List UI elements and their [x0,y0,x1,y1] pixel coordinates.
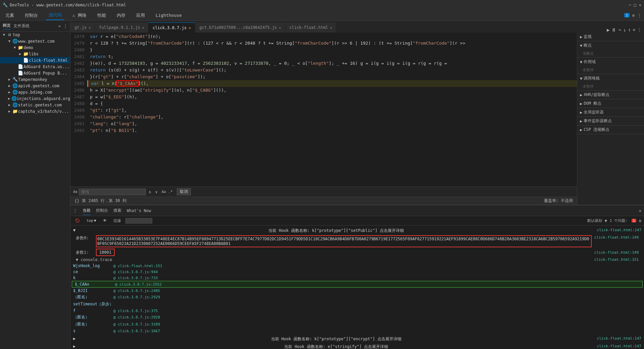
right-panel-xhr-header[interactable]: ▶ XHR/提取断点 [577,91,644,99]
tree-item-top[interactable]: ▼ ⊡ top [0,32,70,38]
find-options-btn[interactable]: Aa .* [160,190,174,194]
sidebar-menu[interactable]: ⋮ [63,24,67,29]
maximize-btn[interactable]: □ [634,3,636,7]
minimize-btn[interactable]: ─ [629,3,631,7]
bottom-tab-console[interactable]: 控制台 [96,206,108,215]
tree-item-adguard1[interactable]: 📄 AdGuard Extra.us... [0,63,70,70]
tab-gct[interactable]: gct.b71a9027509...c6a196424f5.js ✕ [195,22,285,33]
bottom-settings-icon[interactable]: ⚙ [639,218,641,223]
find-input[interactable] [79,189,146,195]
tree-item-geetest[interactable]: ▼ 🌐 www.geetest.com [0,38,70,44]
trace-link-s[interactable]: click.3.0.7.js:1667 [118,329,160,333]
tree-arrow-bdimg: ▶ [7,90,12,94]
bottom-close-btn[interactable]: ✕ [639,208,641,213]
find-next-btn[interactable]: ∨ [154,190,159,194]
find-prev-btn[interactable]: ∧ [147,190,152,194]
param0-location[interactable]: click-float.html:149 [594,235,639,240]
toolbar-elements[interactable]: 元素 [3,11,17,20]
trace-header[interactable]: ▼ console.trace [76,257,112,262]
hook-header-encrypt[interactable]: ▶ 当前 Hook 函数名称: k["prototype"]["encrypt"… [70,335,644,343]
toolbar-application[interactable]: 应用 [133,11,148,20]
toolbar-lighthouse[interactable]: Lighthouse [153,11,184,19]
tab-close-gct[interactable]: ✕ [279,26,281,30]
trace-link-wjshook[interactable]: click-float.html:151 [118,264,162,268]
more-icon[interactable]: ⋮ [637,13,641,18]
right-panel-callstack-header[interactable]: ▼ 调用堆栈 [577,74,644,83]
right-panel-scope-header[interactable]: ▼ 作用域 [577,58,644,66]
toolbar-performance[interactable]: 性能 [95,11,109,20]
tab-gt-js[interactable]: gt.js ✕ [70,22,95,33]
hook-location-encrypt[interactable]: click-float.html:147 [597,336,641,342]
trace-name-k: k [73,276,113,280]
sidebar-tab-webpage[interactable]: 网页 [3,23,11,30]
trace-link-bjii[interactable]: click.3.0.7.js:2485 [118,289,160,293]
trace-link-anon3[interactable]: click.3.0.7.js:3189 [118,322,160,327]
editor-step-over[interactable]: ↷ [618,27,621,33]
editor-more-btn[interactable]: ⋮ [637,28,641,32]
code-line-2492: "pt": n["$ BGI1"]. [87,127,577,134]
toolbar-console[interactable]: 控制台 [22,11,41,20]
tab-close-fullpage[interactable]: ✕ [142,26,144,30]
sidebar-more[interactable]: » [58,24,61,29]
level-arrow[interactable]: ▼ [605,218,607,223]
tree-item-demo[interactable]: ▼ 📁 demo [0,44,70,51]
trace-link-k[interactable]: click.3.0.7.js:733 [118,276,158,280]
trace-link-f[interactable]: click.3.0.7.js:375 [118,309,158,313]
code-line-2480: } [87,47,577,53]
sidebar-tab-filesystem[interactable]: 文件系统 [13,23,30,29]
toolbar-memory[interactable]: 内存 [114,11,128,20]
hook-location-stringify[interactable]: click-float.html:147 [597,344,641,349]
right-panel-csp-header[interactable]: ▶ CSP 违规断点 [577,126,644,134]
tab-fullpage[interactable]: fullpage.9.1.1.js ✕ [95,22,149,33]
editor-step-in[interactable]: ↓ [623,27,626,33]
breakpoints-arrow: ▼ [580,43,582,48]
editor-play-btn[interactable]: ▶ [607,27,609,33]
editor-pause-btn[interactable]: ⏸ [611,27,616,33]
right-panel-dom-header[interactable]: ▶ DOM 断点 [577,99,644,108]
right-panel-watch-header[interactable]: ▶ 监视 [577,33,644,41]
trace-link-caax[interactable]: click.3.0.7.js:2552 [119,282,162,287]
right-panel-breakpoints-header[interactable]: ▼ 断点 [577,41,644,50]
editor-step-out[interactable]: ↑ [628,27,631,33]
tree-label-adguard2: AdGuard Popup B... [23,71,67,76]
tab-close-click-float-html[interactable]: ✕ [330,26,332,30]
right-panel-global-header[interactable]: ▶ 全局监听器 [577,108,644,116]
tree-item-tampermonkey[interactable]: ▶ 🔧 Tampermonkey [0,76,70,83]
trace-link-ce[interactable]: click.3.0.7.js:944 [118,270,158,274]
tree-item-injections[interactable]: ▶ 🌐 injections.adguard.org [0,95,70,102]
bottom-clear-icon[interactable]: 🚫 [73,218,82,223]
trace-link-anon1[interactable]: click.3.0.7.js:2929 [118,295,160,299]
bottom-filter-input[interactable] [125,218,152,223]
hook-header-stringify[interactable]: ▶ 当前 Hook 函数名称: e["stringify"] 点击展开详细 cl… [70,343,644,349]
param1-location[interactable]: click-float.html:149 [594,250,639,255]
tab-close-gt-js[interactable]: ✕ [89,26,91,30]
close-btn[interactable]: ✕ [639,3,641,7]
find-cancel-btn[interactable]: 取消 [177,188,191,195]
tree-item-static[interactable]: ▶ 🌐 static.geetest.com [0,102,70,108]
bottom-context-selector[interactable]: top ▼ [85,218,98,223]
editor-deactivate-btn[interactable]: ⊘ [633,28,635,32]
hook-header-setpublic[interactable]: ▼ 当前 Hook 函数名称: k["prototype"]["setPubli… [70,227,644,235]
tree-item-apiv6[interactable]: ▶ 🌐 apiv6.geetest.com [0,83,70,89]
breakpoints-content: 无断点 [577,50,644,57]
tab-click-float-html[interactable]: click-float.html ✕ [285,22,337,33]
tree-item-libs[interactable]: ▶ 📁 libs [0,51,70,57]
tree-item-adguard2[interactable]: 📄 AdGuard Popup B... [0,70,70,76]
toolbar-network[interactable]: ⚠ 网络 [70,11,89,20]
settings-icon[interactable]: ⚙ [632,13,635,18]
right-panel-event-header[interactable]: ▶ 事件监听器断点 [577,117,644,125]
hook-location-setpublic[interactable]: click-float.html:147 [597,228,641,234]
trace-location[interactable]: click-float.html:151 [594,257,639,262]
bottom-tab-current[interactable]: 当前 [83,206,91,215]
bottom-tab-search[interactable]: 搜索 [113,206,121,215]
bottom-eye-icon[interactable]: 👁 [101,218,109,223]
tab-click307[interactable]: click.3.0.7.js ✕ [149,22,195,33]
toolbar-sources[interactable]: 源代码 [46,11,64,20]
code-line-2483: return (s(d) + s(g) + s(f) + s(v))["toLo… [87,67,577,73]
bottom-tab-whatsnew[interactable]: What's New [127,207,151,214]
param0-value: 00C1E3934D1614465B33053E7F48EE4EC87B14B9… [96,235,592,247]
trace-link-anon2[interactable]: click.3.0.7.js:2928 [118,315,160,319]
tree-item-click-float[interactable]: 📄 click-float.html [0,57,70,63]
tree-item-captcha[interactable]: ▶ 📁 captcha_v3/batch/v... [0,108,70,114]
tree-item-bdimg[interactable]: ▶ 🌐 apps.bdimg.com [0,89,70,95]
